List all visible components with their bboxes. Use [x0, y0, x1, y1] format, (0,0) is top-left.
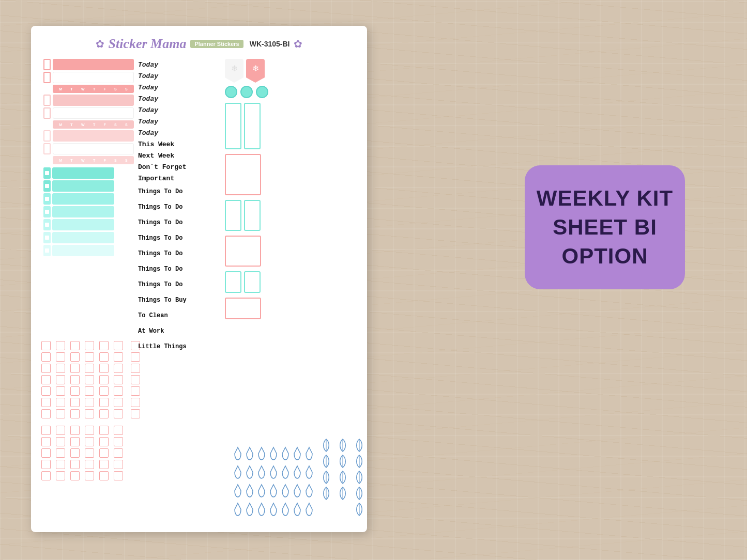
teal-check-inner-6	[45, 236, 49, 240]
teal-check-inner	[45, 171, 49, 175]
cb	[114, 341, 123, 350]
pink-bar-2	[53, 95, 134, 106]
text-this-week: This Week	[138, 138, 221, 150]
cb	[56, 398, 65, 407]
cb	[131, 364, 140, 373]
pink-sm-rect	[225, 298, 282, 319]
text-today-5: Today	[138, 104, 221, 116]
day-w: W	[81, 87, 85, 91]
text-today-2: Today	[138, 70, 221, 82]
droplet-svg	[256, 446, 267, 461]
text-today-1: Today	[138, 59, 221, 70]
checkbox-col-3	[70, 341, 80, 418]
cb	[41, 409, 51, 418]
cb	[70, 375, 80, 384]
cb	[131, 375, 140, 384]
cb	[70, 364, 80, 373]
badge-line1: WEEKLY KIT	[537, 186, 673, 211]
text-today-4: Today	[138, 93, 221, 104]
droplet-svg	[245, 446, 255, 461]
text-things-todo-4: Things To Do	[138, 230, 221, 246]
circle-teal-1	[225, 86, 237, 98]
pink-checkbox-6	[43, 143, 51, 154]
text-things-todo-5: Things To Do	[138, 246, 221, 261]
tall-rect-teal-1	[225, 103, 241, 149]
tall-rect-teal-2	[244, 103, 261, 149]
text-today-7: Today	[138, 127, 221, 138]
teal-check-inner-4	[45, 210, 49, 214]
spacer-1	[43, 85, 51, 93]
cb	[114, 352, 123, 362]
flag-sticker-pink: ❄	[246, 59, 265, 81]
brand-name: Sticker Mama	[109, 36, 187, 52]
checkbox-col-2	[56, 341, 65, 418]
cb	[70, 386, 80, 396]
cb	[85, 375, 94, 384]
cb	[70, 352, 80, 362]
checkbox-col-4	[85, 341, 94, 418]
text-things-todo-6: Things To Do	[138, 261, 221, 277]
droplet-svg	[280, 446, 291, 461]
cb	[114, 398, 123, 407]
pink-checkbox-5	[43, 130, 51, 142]
cb	[99, 409, 109, 418]
sheet-header: ✿ Sticker Mama Planner Stickers WK-3105-…	[41, 36, 357, 52]
text-things-to-buy: Things To Buy	[138, 292, 221, 308]
text-little-things: Little Things	[138, 339, 221, 354]
cb	[85, 409, 94, 418]
cb	[56, 375, 65, 384]
teal-bar-4	[52, 206, 114, 217]
pink-rect-lg	[225, 154, 261, 195]
pink-bar-1	[53, 59, 134, 70]
flag-sticker-white: ❄	[225, 59, 243, 81]
teal-bar-1	[52, 167, 114, 179]
cb	[99, 386, 109, 396]
text-to-clean: To Clean	[138, 308, 221, 323]
pink-checkbox-1	[43, 59, 51, 70]
text-at-work: At Work	[138, 323, 221, 339]
cb	[99, 352, 109, 362]
cb	[70, 409, 80, 418]
text-things-todo-2: Things To Do	[138, 199, 221, 215]
droplet-svg	[292, 446, 302, 461]
teal-med-rect-row	[225, 200, 282, 231]
cb	[85, 352, 94, 362]
pink-checkbox-4	[43, 107, 51, 119]
cb	[114, 375, 123, 384]
text-today-6: Today	[138, 116, 221, 127]
cb	[56, 386, 65, 396]
text-dont-forget: Don´t Forget	[138, 161, 221, 173]
cb	[99, 364, 109, 373]
teal-check-inner-5	[45, 223, 49, 227]
teal-check-inner-3	[45, 197, 49, 201]
pink-med-rect	[225, 236, 282, 267]
cb	[114, 364, 123, 373]
spacer-2	[43, 120, 51, 129]
cb	[41, 386, 51, 396]
planner-badge: Planner Stickers	[190, 40, 243, 48]
cb	[85, 386, 94, 396]
day-s2: S	[125, 87, 128, 91]
checkbox-col-6	[114, 341, 123, 418]
cb	[131, 398, 140, 407]
day-s1: S	[114, 87, 117, 91]
cb	[99, 398, 109, 407]
cb	[41, 375, 51, 384]
cb	[56, 409, 65, 418]
teal-rect-sm-2	[244, 271, 261, 293]
cb	[56, 352, 65, 362]
weekdays-bar-2: M T W T F S S	[53, 120, 134, 129]
leaf-sticker-section	[321, 438, 365, 517]
blank-bar-3	[53, 143, 134, 154]
teal-rect-sm-1	[225, 271, 241, 293]
cb	[41, 364, 51, 373]
day-t2: T	[93, 87, 95, 91]
cb	[85, 364, 94, 373]
right-flower-icon: ✿	[294, 38, 302, 50]
checkbox-grid-section-2	[41, 426, 123, 480]
cb	[99, 341, 109, 350]
checkbox-col-5	[99, 341, 109, 418]
checkbox-col-7	[131, 341, 140, 418]
droplet-svg	[233, 446, 243, 461]
cb	[56, 364, 65, 373]
